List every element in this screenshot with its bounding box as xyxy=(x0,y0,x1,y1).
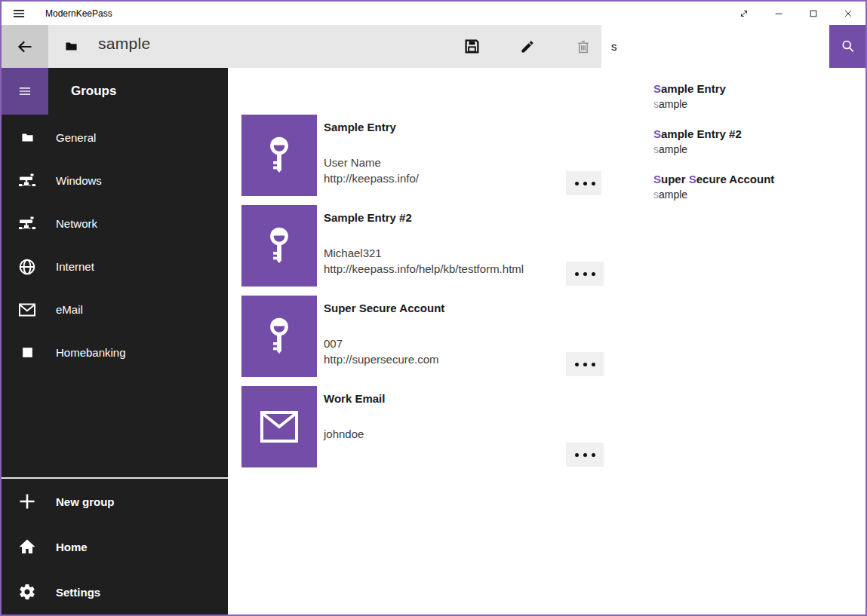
sidebar-item-home[interactable]: Home xyxy=(2,524,228,569)
sidebar-item-label: eMail xyxy=(56,303,83,316)
entry-tile[interactable] xyxy=(241,115,317,196)
search-input[interactable] xyxy=(601,25,829,68)
suggestion-title: Super Secure Account xyxy=(653,172,865,187)
sidebar-item-general[interactable]: General xyxy=(2,116,228,159)
sidebar-item-label: General xyxy=(56,131,96,144)
sidebar: Groups GeneralWindowsNetworkInterneteMai… xyxy=(2,68,228,614)
globe-icon xyxy=(18,258,36,276)
entry-username: johndoe xyxy=(324,426,385,442)
suggestion-subtitle: sample xyxy=(653,97,865,112)
entry-info: Sample Entry #2Michael321http://keepass.… xyxy=(324,205,524,287)
entry-url: http://keepass.info/ xyxy=(324,170,419,186)
database-title: sample xyxy=(98,35,151,53)
back-button[interactable] xyxy=(2,25,48,68)
suggestion-subtitle: sample xyxy=(653,142,865,157)
entry-username: 007 xyxy=(324,336,444,351)
entry-title: Super Secure Account xyxy=(324,301,444,316)
key-icon xyxy=(264,315,294,357)
sidebar-item-homebanking[interactable]: Homebanking xyxy=(2,331,228,374)
sidebar-item-new-group[interactable]: New group xyxy=(2,479,228,524)
search-bar xyxy=(601,25,865,68)
gear-icon xyxy=(18,583,36,601)
edit-icon xyxy=(520,39,535,54)
sidebar-item-label: Home xyxy=(56,541,88,553)
minimize-button[interactable] xyxy=(761,2,796,25)
entry-more-button[interactable] xyxy=(566,171,604,195)
plus-icon xyxy=(18,492,36,510)
suggestion-title: Sample Entry #2 xyxy=(653,127,865,142)
mail-tile-icon xyxy=(260,410,299,443)
close-icon xyxy=(843,8,853,19)
entry-url: http://keepass.info/help/kb/testform.htm… xyxy=(324,261,524,277)
nav-toggle-button[interactable] xyxy=(2,68,48,115)
key-icon xyxy=(264,134,294,176)
suggestion-subtitle: sample xyxy=(653,187,865,202)
entry-info: Work Emailjohndoe xyxy=(324,386,385,467)
search-suggestion[interactable]: Sample Entrysample xyxy=(601,75,865,121)
sidebar-item-label: New group xyxy=(56,495,115,508)
hamburger-icon xyxy=(11,6,26,21)
entry-info: Super Secure Account007http://supersecur… xyxy=(324,296,444,377)
sidebar-item-network[interactable]: Network xyxy=(2,202,228,245)
entry-username: Michael321 xyxy=(324,245,524,261)
group-list: GeneralWindowsNetworkInterneteMailHomeba… xyxy=(2,116,228,374)
sidebar-item-internet[interactable]: Internet xyxy=(2,245,228,288)
command-bar: sample xyxy=(2,25,865,68)
sidebar-item-label: Homebanking xyxy=(56,346,126,359)
entry-tile[interactable] xyxy=(241,205,317,287)
entry-more-button[interactable] xyxy=(566,352,604,376)
entry-info: Sample EntryUser Namehttp://keepass.info… xyxy=(324,115,419,196)
save-icon xyxy=(464,38,480,54)
window-controls xyxy=(727,2,865,25)
sidebar-item-windows[interactable]: Windows xyxy=(2,159,228,202)
modernkeepass-window: { "colors": { "window_border": "#8764b8"… xyxy=(0,0,867,616)
network-icon xyxy=(18,172,36,190)
edit-button[interactable] xyxy=(500,25,555,68)
titlebar: ModernKeePass xyxy=(2,2,865,25)
network-icon xyxy=(18,215,36,233)
entry-more-button[interactable] xyxy=(566,262,604,286)
entry-tile[interactable] xyxy=(241,296,317,377)
entry-row[interactable]: Sample EntryUser Namehttp://keepass.info… xyxy=(241,115,604,196)
expand-icon xyxy=(739,8,749,19)
maximize-icon xyxy=(808,8,819,19)
search-button[interactable] xyxy=(829,25,865,68)
maximize-button[interactable] xyxy=(796,2,831,25)
suggestion-title: Sample Entry xyxy=(653,81,865,97)
hamburger-icon xyxy=(17,84,32,99)
entry-row[interactable]: Sample Entry #2Michael321http://keepass.… xyxy=(241,205,604,287)
entry-tile[interactable] xyxy=(241,386,317,467)
sidebar-actions: New groupHomeSettings xyxy=(2,479,228,614)
titlebar-hamburger-button[interactable] xyxy=(2,2,36,25)
home-icon xyxy=(18,538,36,556)
back-icon xyxy=(16,38,34,56)
delete-icon xyxy=(576,39,591,54)
search-suggestions: Sample EntrysampleSample Entry #2sampleS… xyxy=(601,68,865,217)
entry-row[interactable]: Work Emailjohndoe xyxy=(241,386,604,467)
key-icon xyxy=(264,225,294,267)
database-icon xyxy=(65,40,78,53)
entry-title: Sample Entry #2 xyxy=(324,210,524,225)
minimize-icon xyxy=(773,8,784,19)
command-actions xyxy=(444,25,611,68)
folder-icon xyxy=(18,129,36,147)
close-button[interactable] xyxy=(831,2,865,25)
mail-icon xyxy=(18,301,36,319)
entry-username: User Name xyxy=(324,155,419,170)
entry-title: Sample Entry xyxy=(324,120,419,135)
square-icon xyxy=(18,344,36,362)
fullscreen-button[interactable] xyxy=(727,2,761,25)
app-title: ModernKeePass xyxy=(45,8,112,19)
save-button[interactable] xyxy=(444,25,500,68)
search-suggestion[interactable]: Super Secure Accountsample xyxy=(601,166,865,211)
sidebar-item-label: Settings xyxy=(56,586,100,599)
entry-list: Sample EntryUser Namehttp://keepass.info… xyxy=(241,115,604,477)
search-icon xyxy=(840,38,856,54)
entry-row[interactable]: Super Secure Account007http://supersecur… xyxy=(241,296,604,377)
entry-more-button[interactable] xyxy=(566,443,604,467)
sidebar-item-label: Network xyxy=(56,217,97,230)
sidebar-item-email[interactable]: eMail xyxy=(2,288,228,331)
groups-header: Groups xyxy=(71,84,116,99)
search-suggestion[interactable]: Sample Entry #2sample xyxy=(601,121,865,166)
sidebar-item-settings[interactable]: Settings xyxy=(2,569,228,614)
